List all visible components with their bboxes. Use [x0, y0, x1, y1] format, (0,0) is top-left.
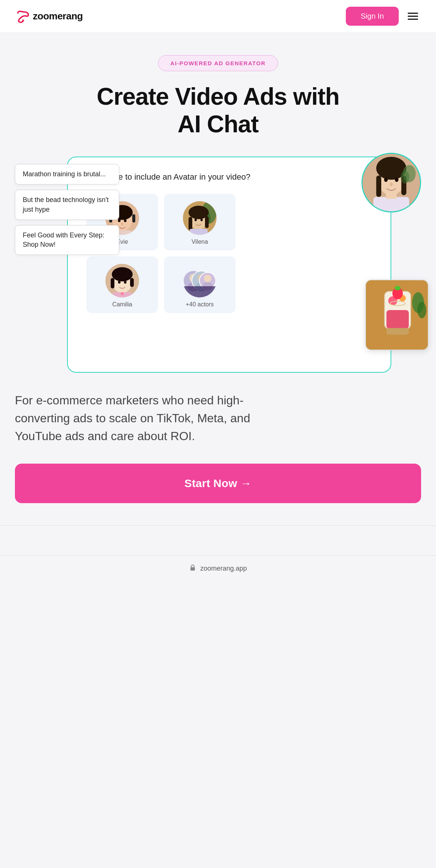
actor-name-more: +40 actors: [186, 301, 214, 308]
badge-wrapper: AI-POWERED AD GENERATOR: [15, 55, 421, 71]
header-actions: Sign In: [346, 7, 421, 26]
actor-name-vilena: Vilena: [192, 239, 208, 245]
chat-bubble-3: Feel Good with Every Step: Shop Now!: [15, 225, 119, 255]
chat-bubbles: Marathon training is brutal... But the b…: [15, 164, 119, 255]
svg-rect-61: [183, 286, 217, 297]
svg-point-10: [390, 183, 393, 186]
svg-rect-40: [190, 229, 208, 235]
product-img-svg: [366, 280, 429, 350]
svg-point-41: [195, 219, 197, 221]
sign-in-button[interactable]: Sign In: [346, 7, 399, 26]
actor-avatar-vilena: [183, 201, 217, 235]
svg-point-0: [22, 19, 24, 21]
actor-cell-vilena[interactable]: Vilena: [164, 194, 236, 250]
logo[interactable]: zoomerang: [15, 9, 83, 24]
cta-section: Start Now →: [0, 445, 436, 525]
header: zoomerang Sign In: [0, 0, 436, 33]
start-now-button[interactable]: Start Now →: [15, 464, 421, 503]
logo-text: zoomerang: [33, 10, 83, 22]
tagline-text: For e-commerce marketers who need high-c…: [15, 391, 268, 445]
hero-title-line2: AI Chat: [178, 111, 259, 138]
svg-rect-22: [386, 328, 409, 335]
svg-point-19: [395, 286, 401, 290]
menu-button[interactable]: [405, 10, 421, 23]
svg-rect-26: [132, 214, 135, 222]
product-image: [365, 280, 429, 350]
svg-point-51: [124, 281, 127, 284]
tagline-section: For e-commerce marketers who need high-c…: [0, 373, 436, 445]
avatar-top-right: [361, 153, 421, 212]
svg-rect-15: [386, 310, 409, 329]
hero-title-line1: Create Video Ads with: [97, 83, 339, 110]
footer-url: zoomerang.app: [200, 565, 247, 572]
actor-name-camilia: Camilia: [112, 301, 132, 308]
lock-icon: [189, 564, 196, 573]
avatar-face-svg: [363, 153, 420, 212]
actor-cell-camilia[interactable]: Camilia: [86, 256, 158, 313]
divider: [0, 525, 436, 555]
demo-area: Marathon training is brutal... But the b…: [15, 157, 421, 373]
chat-bubble-2: But the bead technology isn't just hype: [15, 190, 119, 220]
actor-more-overlay: [183, 264, 217, 297]
hamburger-line-2: [408, 16, 418, 17]
actor-cell-more[interactable]: +40 actors: [164, 256, 236, 313]
actor-avatar-camilia: [105, 264, 139, 297]
ui-card-question: ld you like to include an Avatar in your…: [86, 172, 372, 182]
logo-icon: [15, 9, 31, 24]
svg-rect-38: [189, 217, 192, 230]
svg-rect-4: [376, 176, 381, 197]
svg-rect-62: [190, 567, 195, 571]
svg-point-50: [118, 281, 121, 284]
svg-point-45: [112, 267, 133, 281]
svg-rect-39: [205, 216, 209, 228]
svg-point-9: [395, 178, 399, 182]
svg-point-31: [124, 219, 127, 222]
chat-bubble-1: Marathon training is brutal...: [15, 164, 119, 184]
svg-rect-7: [386, 192, 397, 199]
svg-point-49: [121, 292, 124, 295]
main-content: AI-POWERED AD GENERATOR Create Video Ads…: [0, 33, 436, 373]
svg-rect-46: [111, 278, 114, 288]
svg-point-42: [200, 219, 203, 221]
bottom-bar: zoomerang.app: [0, 555, 436, 581]
hamburger-line-1: [408, 13, 418, 14]
svg-point-12: [401, 171, 409, 184]
hamburger-line-3: [408, 19, 418, 20]
svg-point-8: [384, 178, 388, 182]
svg-point-59: [204, 275, 211, 282]
svg-point-21: [417, 302, 426, 318]
hero-title: Create Video Ads with AI Chat: [15, 83, 421, 138]
svg-point-32: [121, 223, 123, 225]
ai-badge: AI-POWERED AD GENERATOR: [158, 55, 278, 71]
svg-rect-47: [130, 278, 134, 287]
